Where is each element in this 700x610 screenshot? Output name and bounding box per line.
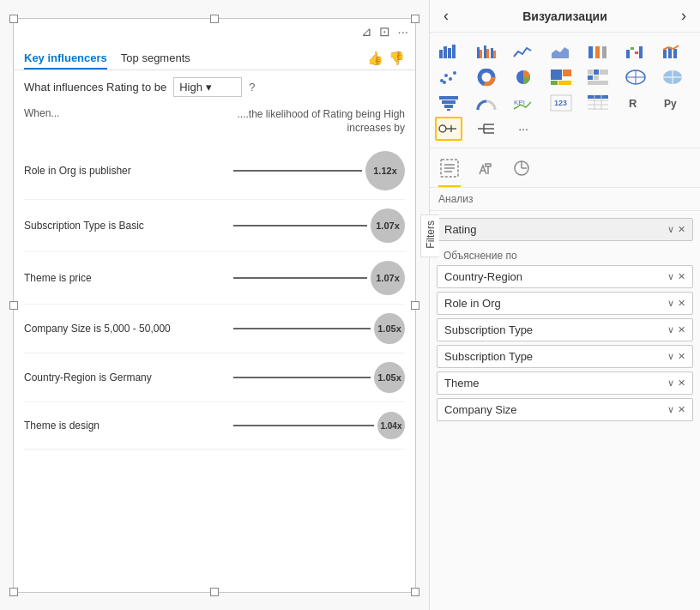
nav-right-arrow[interactable]: › <box>676 7 691 25</box>
chevron-down-icon[interactable]: ∨ <box>667 377 674 389</box>
thumbdown-icon[interactable]: 👎 <box>389 51 405 66</box>
viz-matrix[interactable] <box>584 65 612 89</box>
viz-key-influencer[interactable] <box>435 117 462 141</box>
explain-field-label: Company Size <box>444 403 667 416</box>
filter-dropdown[interactable]: High ▾ <box>173 77 242 97</box>
close-icon[interactable]: ✕ <box>678 377 685 389</box>
chevron-down-icon: ▾ <box>206 81 212 94</box>
right-panel: ‹ Визуализации › <box>429 0 700 610</box>
more-icon[interactable]: ··· <box>397 24 408 39</box>
viz-combo[interactable] <box>659 39 686 63</box>
viz-r-visual[interactable]: R <box>622 91 649 115</box>
right-panel-nav: ‹ Визуализации › <box>430 0 700 33</box>
viz-table[interactable] <box>584 91 612 115</box>
row-bar-area: 1.05x <box>233 313 405 344</box>
filter-row: What influences Rating to be High ▾ ? <box>14 70 415 104</box>
analysis-label: Анализ <box>430 188 700 211</box>
chevron-down-icon[interactable]: ∨ <box>667 324 674 335</box>
explain-field-actions: ∨ ✕ <box>667 377 685 389</box>
nav-left-arrow[interactable]: ‹ <box>438 7 454 25</box>
bar-line <box>233 328 371 329</box>
svg-rect-16 <box>635 51 638 54</box>
chevron-down-icon[interactable]: ∨ <box>667 224 674 235</box>
value-badge: 1.04x <box>377 412 405 439</box>
viz-map[interactable] <box>622 65 649 89</box>
tab-fields[interactable] <box>438 155 461 187</box>
explain-field-actions: ∨ ✕ <box>667 404 685 415</box>
value-badge: 1.05x <box>374 313 405 344</box>
resize-handle-tc[interactable] <box>210 15 219 23</box>
explain-field-pill-0[interactable]: Country-Region ∨ ✕ <box>437 265 693 288</box>
viz-python-visual[interactable]: Py <box>659 91 686 115</box>
svg-text:R: R <box>629 97 637 110</box>
resize-handle-ml[interactable] <box>9 301 18 310</box>
svg-rect-48 <box>447 109 450 111</box>
close-icon[interactable]: ✕ <box>678 271 685 282</box>
resize-handle-bc[interactable] <box>210 588 219 596</box>
viz-waterfall[interactable] <box>622 39 649 63</box>
row-label: Theme is design <box>24 420 233 432</box>
viz-card[interactable]: 123 <box>547 91 575 115</box>
close-icon[interactable]: ✕ <box>678 224 685 235</box>
tab-format[interactable] <box>474 155 497 187</box>
thumbup-icon[interactable]: 👍 <box>367 51 383 66</box>
explain-field-label: Role in Org <box>444 297 667 310</box>
explain-field-actions: ∨ ✕ <box>667 271 685 282</box>
svg-rect-18 <box>663 50 667 58</box>
close-icon[interactable]: ✕ <box>678 404 685 415</box>
viz-clustered-bar[interactable] <box>473 39 500 63</box>
chevron-down-icon[interactable]: ∨ <box>667 271 674 282</box>
viz-scatter[interactable] <box>435 65 462 89</box>
svg-rect-35 <box>600 69 608 75</box>
viz-funnel[interactable] <box>435 91 462 115</box>
viz-stacked-bar[interactable] <box>435 39 462 63</box>
close-icon[interactable]: ✕ <box>678 324 685 335</box>
resize-handle-mr[interactable] <box>411 301 419 310</box>
viz-treemap[interactable] <box>547 65 575 89</box>
bar-line <box>233 377 371 378</box>
viz-area-chart[interactable] <box>547 39 575 63</box>
explain-field-pill-1[interactable]: Role in Org ∨ ✕ <box>437 292 693 315</box>
viz-pie[interactable] <box>510 65 537 89</box>
filters-strip[interactable]: Filters <box>420 214 439 257</box>
viz-line-chart[interactable] <box>510 39 537 63</box>
chevron-down-icon[interactable]: ∨ <box>667 351 674 362</box>
resize-handle-tl[interactable] <box>9 15 18 23</box>
chart-row: Theme is design 1.04x <box>24 402 405 450</box>
chevron-down-icon[interactable]: ∨ <box>667 298 674 309</box>
analyze-field-pill[interactable]: Rating ∨ ✕ <box>437 218 693 241</box>
viz-ribbon-chart[interactable] <box>584 39 612 63</box>
svg-point-25 <box>443 81 446 84</box>
help-icon[interactable]: ? <box>249 81 255 94</box>
svg-rect-30 <box>563 69 571 76</box>
tab-key-influencers[interactable]: Key influencers <box>24 48 107 69</box>
filters-label[interactable]: Filters <box>425 220 437 249</box>
tab-analytics[interactable] <box>510 155 533 187</box>
focus-icon[interactable]: ⊡ <box>379 24 390 39</box>
viz-more-visuals[interactable]: ··· <box>510 117 537 141</box>
svg-rect-9 <box>493 51 496 58</box>
svg-rect-11 <box>588 46 593 58</box>
close-icon[interactable]: ✕ <box>678 298 685 309</box>
viz-filled-map[interactable] <box>659 65 686 89</box>
viz-donut[interactable] <box>473 65 500 89</box>
svg-marker-10 <box>552 47 569 58</box>
viz-gauge[interactable] <box>473 91 500 115</box>
explain-field-pill-4[interactable]: Theme ∨ ✕ <box>437 371 693 395</box>
tab-top-segments[interactable]: Top segments <box>121 48 190 69</box>
visual-container: ⊿ ⊡ ··· Key influencers Top segments 👍 👎… <box>13 18 416 593</box>
resize-handle-br[interactable] <box>411 588 419 596</box>
viz-kpi[interactable]: KPI <box>510 91 537 115</box>
svg-rect-36 <box>588 75 593 80</box>
explain-field-pill-3[interactable]: Subscription Type ∨ ✕ <box>437 345 693 368</box>
chart-body[interactable]: Role in Org is publisher 1.12x Subscript… <box>14 142 415 591</box>
chevron-down-icon[interactable]: ∨ <box>667 404 674 415</box>
filter-icon[interactable]: ⊿ <box>361 24 372 39</box>
chart-row: Role in Org is publisher 1.12x <box>24 142 405 200</box>
viz-decomp-tree[interactable] <box>473 117 500 141</box>
resize-handle-bl[interactable] <box>9 588 18 596</box>
explain-field-pill-5[interactable]: Company Size ∨ ✕ <box>437 398 693 421</box>
explain-field-pill-2[interactable]: Subscription Type ∨ ✕ <box>437 318 693 341</box>
resize-handle-tr[interactable] <box>411 15 419 23</box>
close-icon[interactable]: ✕ <box>678 351 685 362</box>
